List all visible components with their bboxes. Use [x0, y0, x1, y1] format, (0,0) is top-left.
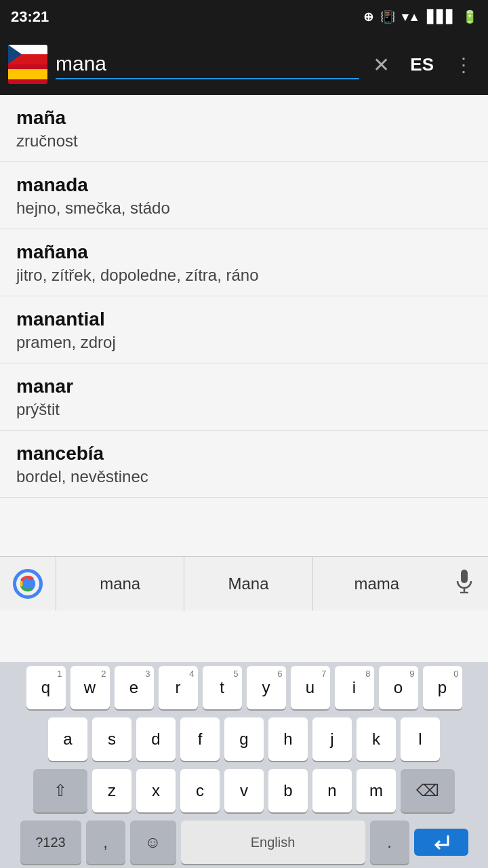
clock: 23:21 [11, 8, 49, 26]
spanish-flag [8, 64, 47, 84]
result-word-5: mancebía [16, 443, 472, 465]
result-translation-5: bordel, nevěstinec [16, 467, 472, 486]
key-i[interactable]: 8i [335, 666, 374, 709]
suggestion-bar: mana Mana mama [0, 556, 488, 610]
keyboard: 1q 2w 3e 4r 5t 6y 7u 8i 9o 0p a s d f g … [0, 662, 488, 868]
keyboard-row-1: 1q 2w 3e 4r 5t 6y 7u 8i 9o 0p [0, 662, 488, 713]
result-item-1[interactable]: manada hejno, smečka, stádo [0, 162, 488, 229]
search-wrap [56, 50, 359, 79]
result-word-0: maña [16, 107, 472, 129]
key-c[interactable]: c [180, 769, 220, 812]
enter-key[interactable] [414, 829, 468, 856]
key-o[interactable]: 9o [379, 666, 418, 709]
result-word-2: mañana [16, 241, 472, 263]
suggestion-word-1[interactable]: Mana [184, 557, 312, 611]
key-h[interactable]: h [268, 717, 308, 761]
key-n[interactable]: n [312, 769, 352, 812]
signal-icon: ▋▋▋ [427, 9, 455, 24]
wifi-icon: ▾▲ [402, 9, 420, 24]
emoji-icon: ☺ [144, 833, 161, 852]
result-translation-1: hejno, smečka, stádo [16, 199, 472, 218]
space-key[interactable]: English [181, 821, 365, 864]
result-translation-0: zručnost [16, 132, 472, 151]
result-word-1: manada [16, 174, 472, 196]
key-e[interactable]: 3e [115, 666, 154, 709]
key-g[interactable]: g [224, 717, 264, 761]
key-l[interactable]: l [401, 717, 440, 761]
key-z[interactable]: z [92, 769, 131, 812]
period-key[interactable]: . [370, 821, 409, 864]
more-menu-button[interactable]: ⋮ [449, 48, 480, 81]
key-t[interactable]: 5t [203, 666, 242, 709]
space-label: English [251, 835, 296, 850]
key-p[interactable]: 0p [423, 666, 462, 709]
clear-button[interactable]: ✕ [367, 47, 395, 82]
google-g-icon [13, 569, 43, 599]
keyboard-row-2: a s d f g h j k l [0, 713, 488, 765]
result-word-4: manar [16, 376, 472, 397]
google-logo [4, 560, 52, 608]
svg-rect-0 [461, 570, 468, 583]
key-w[interactable]: 2w [70, 666, 110, 709]
search-input[interactable] [56, 50, 359, 78]
suggestion-word-0[interactable]: mana [56, 557, 184, 611]
result-translation-4: prýštit [16, 400, 472, 419]
result-item-3[interactable]: manantial pramen, zdroj [0, 296, 488, 363]
result-item-4[interactable]: manar prýštit [0, 363, 488, 431]
key-f[interactable]: f [180, 717, 220, 761]
backspace-icon: ⌫ [416, 781, 439, 800]
flag-pair[interactable] [8, 45, 47, 84]
result-translation-2: jitro, zítřek, dopoledne, zítra, ráno [16, 266, 472, 285]
numbers-label: ?123 [35, 835, 66, 850]
status-icons: ⊕ 📳 ▾▲ ▋▋▋ 🔋 [363, 9, 477, 24]
emoji-key[interactable]: ☺ [130, 821, 176, 864]
suggestion-word-2[interactable]: mama [312, 557, 441, 611]
key-m[interactable]: m [357, 769, 396, 812]
microphone-button[interactable] [441, 557, 488, 611]
key-y[interactable]: 6y [247, 666, 286, 709]
keyboard-row-3: ⇧ z x c v b n m ⌫ [0, 765, 488, 816]
key-r[interactable]: 4r [159, 666, 198, 709]
microphone-icon [455, 569, 474, 598]
key-j[interactable]: j [312, 717, 352, 761]
key-d[interactable]: d [136, 717, 176, 761]
shift-icon: ⇧ [54, 781, 67, 800]
numbers-key[interactable]: ?123 [20, 821, 81, 864]
app-header: ✕ ES ⋮ [0, 34, 488, 95]
key-q[interactable]: 1q [26, 666, 66, 709]
add-circle-icon: ⊕ [363, 9, 373, 24]
key-v[interactable]: v [224, 769, 264, 812]
suggestion-words: mana Mana mama [56, 557, 441, 611]
key-k[interactable]: k [357, 717, 396, 761]
vibrate-icon: 📳 [380, 9, 395, 24]
result-word-3: manantial [16, 309, 472, 330]
result-item-0[interactable]: maña zručnost [0, 95, 488, 162]
key-a[interactable]: a [48, 717, 87, 761]
czech-flag [8, 45, 47, 64]
language-button[interactable]: ES [403, 49, 441, 81]
comma-key[interactable]: , [86, 821, 125, 864]
key-s[interactable]: s [92, 717, 131, 761]
status-bar: 23:21 ⊕ 📳 ▾▲ ▋▋▋ 🔋 [0, 0, 488, 34]
key-u[interactable]: 7u [291, 666, 330, 709]
results-list: maña zručnost manada hejno, smečka, stád… [0, 95, 488, 498]
key-b[interactable]: b [268, 769, 308, 812]
result-item-2[interactable]: mañana jitro, zítřek, dopoledne, zítra, … [0, 229, 488, 296]
keyboard-row-4: ?123 , ☺ English . [0, 816, 488, 868]
delete-key[interactable]: ⌫ [401, 769, 455, 812]
key-x[interactable]: x [136, 769, 176, 812]
battery-icon: 🔋 [462, 9, 477, 24]
shift-key[interactable]: ⇧ [33, 769, 87, 812]
result-item-5[interactable]: mancebía bordel, nevěstinec [0, 431, 488, 498]
result-translation-3: pramen, zdroj [16, 333, 472, 352]
enter-icon [429, 829, 453, 856]
